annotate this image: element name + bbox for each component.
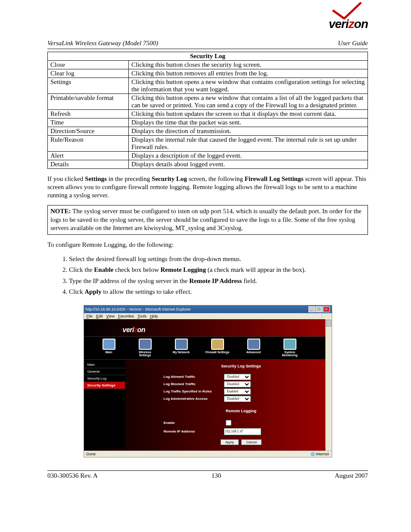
setting-row: Log Traffic Specified in RulesEnabled [164,389,319,395]
brand-logo: verizon [47,17,368,31]
menu-item[interactable]: Edit [96,314,103,318]
table-row: Printable/savable formatClicking this bu… [48,94,368,110]
instruction-step: Type the IP address of the syslog server… [69,277,368,286]
nav-item[interactable]: My Network [169,339,193,357]
setting-label: Log Allowed Traffic [164,375,224,379]
row-desc: Displays the time that the packet was se… [129,118,368,127]
remote-ip-label: Remote IP Address [164,429,224,433]
header-rule [47,49,368,49]
row-desc: Displays the internal rule that caused t… [129,136,368,152]
row-name: Close [48,61,129,69]
page-header: VersaLink Wireless Gateway (Model 7500) … [47,40,368,47]
instruction-step: Select the desired firewall log settings… [69,255,368,264]
row-desc: Displays a description of the logged eve… [129,152,368,160]
row-name: Time [48,118,129,127]
table-row: DetailsDisplays details about logged eve… [48,160,368,169]
menu-item[interactable]: Tools [137,314,146,318]
main-nav: MainWireless SettingsMy NetworkFirewall … [84,336,332,360]
row-desc: Clicking this button updates the screen … [129,110,368,118]
setting-select[interactable]: Disabled [224,396,251,402]
status-done: Done [87,452,96,456]
page-number: 130 [212,472,221,479]
table-row: Rule/ReasonDisplays the internal rule th… [48,136,368,152]
row-name: Printable/savable format [48,94,129,110]
menu-item[interactable]: Help [150,314,158,318]
setting-row: Log Administrative AccessDisabled [164,396,319,402]
sidebar-item[interactable]: Security Log [84,375,125,382]
embedded-screenshot: http://10.16.90.10:2420 - Verizon - Micr… [84,305,332,457]
row-desc: Displays the direction of transmission. [129,127,368,136]
table-row: SettingsClicking this button opens a new… [48,78,368,94]
footer-rev: 030-300536 Rev. A [47,472,98,479]
nav-icon [283,339,296,350]
instructions-intro: To configure Remote Logging, do the foll… [47,241,368,249]
window-title: http://10.16.90.10:2420 - Verizon - Micr… [86,307,191,311]
sidebar-item[interactable]: Security Settings [84,382,125,389]
page-logo: verizon [84,319,332,336]
nav-item[interactable]: Wireless Settings [133,339,157,357]
table-row: TimeDisplays the time that the packet wa… [48,118,368,127]
instruction-step: Click Apply to allow the settings to tak… [69,288,368,296]
row-name: Direction/Source [48,127,129,136]
nav-icon [247,339,260,350]
sidebar-item[interactable]: Main [84,361,125,368]
doc-title: VersaLink Wireless Gateway (Model 7500) [47,40,158,47]
instructions-list: Select the desired firewall log settings… [60,255,368,296]
content-panel: Security Log Settings Log Allowed Traffi… [125,360,332,448]
maximize-button[interactable]: □ [316,306,323,312]
setting-row: Log Allowed TrafficDisabled [164,374,319,380]
row-desc: Clicking this button removes all entries… [129,69,368,78]
cancel-button[interactable]: Cancel [241,439,262,445]
row-name: Rule/Reason [48,136,129,152]
nav-item[interactable]: Advanced [242,339,266,357]
remote-ip-input[interactable] [224,428,261,435]
row-name: Refresh [48,110,129,118]
setting-select[interactable]: Disabled [224,381,251,387]
table-row: CloseClicking this button closes the sec… [48,61,368,69]
scrollbar[interactable] [325,319,332,451]
doc-type: User Guide [338,40,368,47]
table-row: Clear logClicking this button removes al… [48,69,368,78]
setting-select[interactable]: Enabled [224,389,251,395]
table-row: Direction/SourceDisplays the direction o… [48,127,368,136]
window-titlebar: http://10.16.90.10:2420 - Verizon - Micr… [84,305,332,313]
nav-item[interactable]: System Monitoring [278,339,302,357]
nav-icon [139,339,152,350]
content-title: Security Log Settings [164,362,319,373]
row-name: Settings [48,78,129,94]
nav-icon [103,339,115,350]
settings-paragraph: If you clicked Settings in the preceding… [47,175,368,199]
instruction-step: Click the Enable check box below Remote … [69,266,368,274]
status-zone: Internet [311,452,329,456]
nav-item[interactable]: Main [97,339,121,357]
row-name: Clear log [48,69,129,78]
table-title: Security Log [48,52,368,61]
table-row: RefreshClicking this button updates the … [48,110,368,118]
nav-item[interactable]: Firewall Settings [206,339,230,357]
browser-menubar: FileEditViewFavoritesToolsHelp 🏳️ [84,313,332,319]
security-log-table: Security Log CloseClicking this button c… [47,52,368,169]
close-button[interactable]: × [323,306,330,312]
setting-label: Log Blocked Traffic [164,382,224,386]
setting-row: Log Blocked TrafficDisabled [164,381,319,387]
enable-label: Enable [164,421,224,425]
ie-logo-icon: 🏳️ [321,314,326,318]
row-desc: Clicking this button closes the security… [129,61,368,69]
menu-item[interactable]: View [106,314,115,318]
nav-icon [175,339,188,350]
row-desc: Displays details about logged event. [129,160,368,169]
sidebar: MainGeneralSecurity LogSecurity Settings [84,360,125,448]
setting-select[interactable]: Disabled [224,374,251,380]
apply-button[interactable]: Apply [221,439,239,445]
minimize-button[interactable]: _ [308,306,315,312]
footer-date: August 2007 [335,472,368,479]
row-name: Alert [48,152,129,160]
table-row: AlertDisplays a description of the logge… [48,152,368,160]
sidebar-item[interactable]: General [84,368,125,375]
enable-checkbox[interactable] [226,420,231,426]
page-footer: 030-300536 Rev. A 130 August 2007 [47,470,368,479]
remote-logging-title: Remote Logging [164,407,319,417]
row-desc: Clicking this button opens a new window … [129,94,368,110]
menu-item[interactable]: Favorites [118,314,134,318]
menu-item[interactable]: File [87,314,93,318]
